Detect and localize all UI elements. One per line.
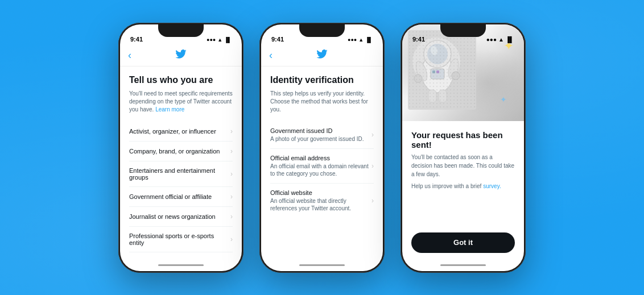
signal-icon-3: ●●● [486,36,497,43]
chevron-company: › [230,147,233,155]
star-blue-icon: ✦ [500,95,507,104]
list-item-email[interactable]: Official email address An official email… [270,149,374,184]
list-item-activist[interactable]: Activist, organizer, or influencer › [129,122,233,142]
wifi-icon-1: ▲ [217,37,222,43]
website-sublabel: An official website that directly refere… [270,197,371,212]
gov-id-label: Government issued ID [270,127,364,134]
battery-icon-3: ▐▌ [506,36,514,43]
status-icons-2: ●●● ▲ ▐▌ [348,37,373,43]
email-text-block: Official email address An official email… [270,155,371,177]
list-item-entertainers-label: Entertainers and entertainment groups [129,167,230,181]
battery-icon-2: ▐▌ [365,37,373,43]
list-item-journalist-label: Journalist or news organization [129,213,216,220]
status-time-1: 9:41 [130,36,143,43]
phone-2: 9:41 ●●● ▲ ▐▌ ‹ Identity verification Th… [259,23,385,273]
list-item-activist-label: Activist, organizer, or influencer [129,128,216,135]
wifi-icon-3: ▲ [498,36,504,43]
back-button-1[interactable]: ‹ [128,49,131,61]
signal-icon-2: ●●● [348,37,357,43]
chevron-sports: › [230,235,233,243]
gov-id-sublabel: A photo of your goverment issued ID. [270,135,364,143]
phone1-subtitle: You'll need to meet specific requirement… [129,90,233,114]
status-icons-1: ●●● ▲ ▐▌ [207,37,232,43]
chevron-gov-id: › [371,131,374,139]
chevron-entertainers: › [230,170,233,178]
phone-3: ✦ ✦ 9:41 ●●● ▲ ▐▌ Your request has been … [401,23,526,273]
back-button-2[interactable]: ‹ [269,49,273,61]
chevron-activist: › [230,127,233,135]
nav-bar-1: ‹ [120,45,242,67]
got-it-button[interactable]: Got it [411,232,515,253]
chevron-email: › [371,162,374,170]
sent-desc: You'll be contacted as soon as a decisio… [411,153,515,178]
signal-icon-1: ●●● [207,37,216,43]
list-item-sports[interactable]: Professional sports or e-sports entity › [129,227,233,252]
list-item-company-label: Company, brand, or organization [129,148,220,155]
list-item-journalist[interactable]: Journalist or news organization › [129,207,233,227]
list-item-company[interactable]: Company, brand, or organization › [129,142,233,161]
email-label: Official email address [270,155,371,161]
list-item-entertainers[interactable]: Entertainers and entertainment groups › [129,161,233,187]
twitter-logo-1 [175,49,187,61]
home-bar-3 [440,264,486,266]
list-item-government[interactable]: Government official or affiliate › [129,187,233,207]
twitter-logo-2 [316,49,328,61]
phone1-content: Tell us who you are You'll need to meet … [120,67,242,260]
battery-icon-1: ▐▌ [224,37,232,43]
status-icons-3: ●●● ▲ ▐▌ [486,36,514,43]
sent-title: Your request has been sent! [411,130,515,149]
chevron-website: › [371,197,374,205]
notch-2 [299,24,345,37]
list-item-government-label: Government official or affiliate [129,193,212,200]
wifi-icon-2: ▲ [358,37,364,43]
notch-3 [440,24,486,37]
list-item-gov-id[interactable]: Government issued ID A photo of your gov… [270,122,374,149]
phone3-content: Your request has been sent! You'll be co… [402,121,524,260]
status-time-2: 9:41 [271,36,284,43]
chevron-government: › [230,193,233,201]
list-item-website[interactable]: Official website An official website tha… [270,184,374,218]
email-sublabel: An official email with a domain relevant… [270,163,371,177]
nav-bar-2: ‹ [261,45,383,67]
phone1-title: Tell us who you are [129,74,233,85]
home-indicator-3 [402,260,524,271]
phone2-title: Identity verification [270,74,374,85]
survey-link[interactable]: survey. [483,183,501,189]
home-indicator-1 [120,260,242,271]
chevron-journalist: › [230,213,233,221]
phone-1: 9:41 ●●● ▲ ▐▌ ‹ Tell us who you are You'… [118,23,243,273]
website-label: Official website [270,189,371,196]
gov-id-text-block: Government issued ID A photo of your gov… [270,127,364,143]
phone2-subtitle: This step helps us verify your identity.… [270,90,374,114]
phone2-content: Identity verification This step helps us… [261,67,383,260]
home-indicator-2 [261,260,383,271]
home-bar-2 [299,264,345,266]
website-text-block: Official website An official website tha… [270,189,371,212]
list-item-sports-label: Professional sports or e-sports entity [129,232,230,246]
learn-more-link-1[interactable]: Learn more [155,106,184,113]
home-bar-1 [158,264,204,266]
notch-1 [158,24,204,37]
status-time-3: 9:41 [412,36,425,43]
hero-image: ✦ ✦ 9:41 ●●● ▲ ▐▌ [402,24,524,121]
survey-text: Help us improve with a brief survey. [411,182,515,190]
